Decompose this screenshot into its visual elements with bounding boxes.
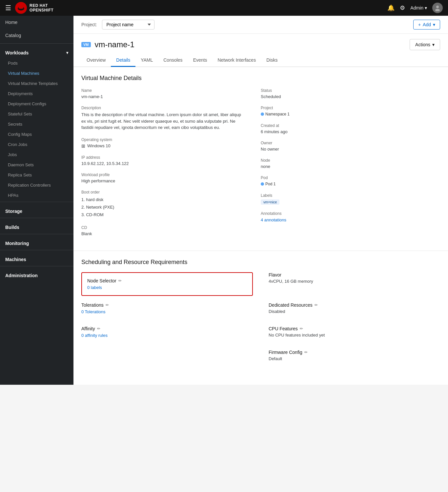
sidebar-item-replica-sets[interactable]: Replica Sets <box>0 170 73 180</box>
sidebar-item-replication-controllers[interactable]: Replication Controllers <box>0 180 73 190</box>
tab-yaml[interactable]: YAML <box>135 54 158 67</box>
field-workload: Workload profile High performance <box>81 173 245 183</box>
secrets-label: Secrets <box>8 122 22 127</box>
status-value: Scheduled <box>261 94 424 99</box>
project-ns-value[interactable]: Namespace 1 <box>265 112 290 116</box>
sidebar-item-virtual-machines[interactable]: Virtual Machines <box>0 68 73 78</box>
tab-network-interfaces[interactable]: Network Interfaces <box>212 54 261 67</box>
tolerations-field: Tolerations ✏ 0 Tolerations <box>81 302 253 314</box>
affinity-label: Affinity <box>81 326 95 331</box>
details-grid: Name vm-name-1 Description This is the d… <box>81 88 440 243</box>
sidebar-item-stateful-sets[interactable]: Stateful Sets <box>0 109 73 119</box>
divider-storage <box>0 202 73 202</box>
brand-text-line2: OPENSHIFT <box>30 8 53 12</box>
field-os: Operating system ⊞ Windows 10 <box>81 137 245 149</box>
sidebar-item-pods[interactable]: Pods <box>0 58 73 68</box>
firmware-edit-icon[interactable]: ✏ <box>304 350 308 355</box>
cpu-features-field: CPU Features ✏ No CPU features included … <box>269 326 440 338</box>
windows-icon: ⊞ <box>81 143 85 149</box>
pod-value[interactable]: Pod 1 <box>265 182 275 186</box>
administration-label: Administration <box>5 273 38 278</box>
add-label: Add <box>423 22 431 27</box>
svg-point-4 <box>435 9 440 11</box>
settings-icon[interactable]: ⚙ <box>400 4 405 11</box>
dedicated-edit-icon[interactable]: ✏ <box>315 303 318 307</box>
main-layout: Home Catalog Workloads ▾ Pods Virtual Ma… <box>0 16 448 385</box>
sidebar-item-deployment-configs[interactable]: Deployment Configs <box>0 99 73 109</box>
tab-disks[interactable]: Disks <box>261 54 283 67</box>
created-value: 6 minutes ago <box>261 129 424 134</box>
node-selector-edit-icon[interactable]: ✏ <box>118 278 122 283</box>
tolerations-edit-icon[interactable]: ✏ <box>106 303 109 307</box>
actions-chevron-icon: ▾ <box>432 42 435 47</box>
avatar-icon <box>434 5 441 11</box>
sidebar-item-hpas[interactable]: HPAs <box>0 190 73 200</box>
sidebar-item-home[interactable]: Home <box>0 16 73 29</box>
sidebar-section-storage[interactable]: Storage <box>0 203 73 216</box>
tab-details[interactable]: Details <box>111 54 135 67</box>
tolerations-label-row: Tolerations ✏ <box>81 302 253 308</box>
field-annotations: Annotations 4 annotations <box>261 211 424 222</box>
field-status: Status Scheduled <box>261 88 424 99</box>
cpu-features-edit-icon[interactable]: ✏ <box>300 326 303 331</box>
flavor-field: Flavor 4vCPU, 16 GB memory <box>269 272 440 291</box>
sidebar-item-jobs[interactable]: Jobs <box>0 150 73 160</box>
actions-label: Actions <box>415 42 430 47</box>
divider-machines <box>0 250 73 250</box>
actions-button[interactable]: Actions ▾ <box>410 39 440 50</box>
sidebar-item-cron-jobs[interactable]: Cron Jobs <box>0 139 73 150</box>
hamburger-icon[interactable]: ☰ <box>5 4 11 12</box>
tab-overview[interactable]: Overview <box>81 54 111 67</box>
sidebar-section-monitoring[interactable]: Monitoring <box>0 236 73 249</box>
sidebar-item-daemon-sets[interactable]: Daemon Sets <box>0 160 73 170</box>
brand-logo: RED HAT OPENSHIFT <box>15 2 53 14</box>
os-row: ⊞ Windows 10 <box>81 143 245 149</box>
node-selector-label: Node Selector <box>87 278 116 283</box>
workloads-chevron-icon: ▾ <box>66 51 68 55</box>
sidebar-item-deployments[interactable]: Deployments <box>0 89 73 99</box>
brand-text-line1: RED HAT <box>30 3 53 8</box>
flavor-value: 4vCPU, 16 GB memory <box>269 279 440 284</box>
affinity-value[interactable]: 0 affinity rules <box>81 333 108 338</box>
affinity-edit-icon[interactable]: ✏ <box>97 326 100 331</box>
sidebar-item-config-maps[interactable]: Config Maps <box>0 129 73 139</box>
pod-badge: Pod 1 <box>261 182 275 186</box>
sidebar: Home Catalog Workloads ▾ Pods Virtual Ma… <box>0 16 73 385</box>
tab-consoles[interactable]: Consoles <box>158 54 188 67</box>
label-chip: vm=nice <box>261 199 279 205</box>
firmware-field: Firmware Config ✏ Default <box>269 350 440 361</box>
project-bar: Project: Project name + Add ▾ <box>73 16 448 34</box>
field-owner: Owner No owner <box>261 141 424 152</box>
user-avatar[interactable] <box>432 3 443 13</box>
notifications-icon[interactable]: 🔔 <box>387 4 395 11</box>
sidebar-section-builds[interactable]: Builds <box>0 219 73 233</box>
field-project: Project Namespace 1 <box>261 106 424 117</box>
labels-label: Labels <box>261 193 424 198</box>
topnav: ☰ RED HAT OPENSHIFT 🔔 ⚙ Admin ▾ <box>0 0 448 16</box>
vm-details-title: Virtual Machine Details <box>81 75 440 82</box>
boot-item-1: 1. hard disk <box>81 196 245 203</box>
field-description: Description This is the description of t… <box>81 106 245 131</box>
sidebar-section-machines[interactable]: Machines <box>0 252 73 265</box>
dedicated-label-row: Dedicated Resources ✏ <box>269 302 440 308</box>
pod-label: Pod <box>261 175 424 180</box>
sidebar-item-catalog[interactable]: Catalog <box>0 29 73 42</box>
project-select[interactable]: Project name <box>102 20 154 30</box>
affinity-field: Affinity ✏ 0 affinity rules <box>81 326 253 338</box>
project-label: Project: <box>81 22 97 27</box>
sidebar-item-secrets[interactable]: Secrets <box>0 119 73 129</box>
sidebar-section-administration[interactable]: Administration <box>0 268 73 281</box>
node-selector-value[interactable]: 0 labels <box>87 285 102 290</box>
pod-dot-icon <box>261 182 264 186</box>
sidebar-item-vm-templates[interactable]: Virtual Machine Templates <box>0 78 73 89</box>
tolerations-value[interactable]: 0 Tolerations <box>81 309 105 314</box>
annotations-link[interactable]: 4 annotations <box>261 217 286 222</box>
add-button[interactable]: + Add ▾ <box>413 20 440 30</box>
tab-events[interactable]: Events <box>188 54 213 67</box>
admin-menu[interactable]: Admin ▾ <box>410 5 427 10</box>
boot-list: 1. hard disk 2. Network (PXE) 3. CD-ROM <box>81 196 245 219</box>
node-selector-label-row: Node Selector ✏ <box>87 278 247 283</box>
cd-value: Blank <box>81 231 245 236</box>
field-created: Created at 6 minutes ago <box>261 123 424 134</box>
sidebar-section-workloads[interactable]: Workloads ▾ <box>0 45 73 58</box>
